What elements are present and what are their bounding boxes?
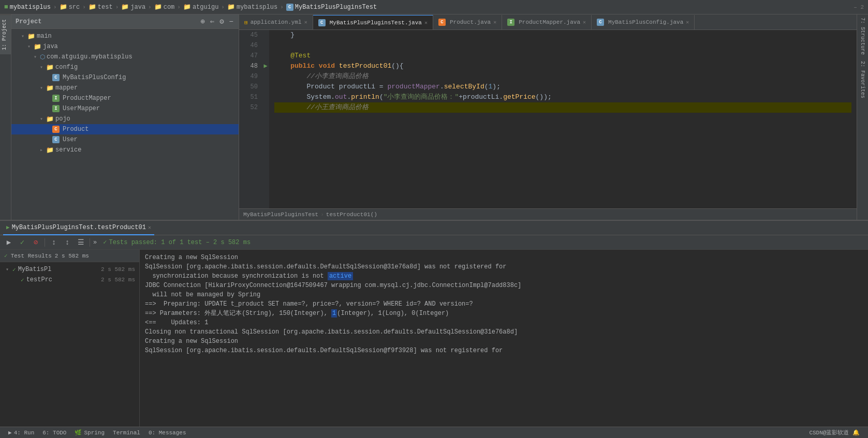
editor-breadcrumb: MyBatisPlusPluginsTest › testProduct01() bbox=[239, 208, 857, 220]
tab-product[interactable]: C Product.java ✕ bbox=[433, 15, 502, 29]
tree-item-service[interactable]: ▸ 📁 service bbox=[11, 145, 239, 155]
bottom-tab-bar: ▶ MyBatisPlusPluginsTest.testProduct01 ✕ bbox=[0, 221, 868, 235]
test-item-testprc[interactable]: ▾ ✓ testPrc 2 s 582 ms bbox=[0, 275, 139, 285]
code-editor[interactable]: 45 46 47 48 49 50 51 52 ▶ } bbox=[239, 30, 857, 208]
test-results-panel: ✓ Test Results 2 s 582 ms ▾ ✓ MyBatisPl … bbox=[0, 250, 140, 427]
tree-item-user[interactable]: ▾ C User bbox=[11, 134, 239, 145]
minimize-icon[interactable]: − bbox=[228, 17, 234, 27]
results-check-icon: ✓ bbox=[4, 252, 8, 259]
editor-area: ⊞ application.yml ✕ C MyBatisPlusPlugins… bbox=[239, 14, 857, 220]
editor-gutter: ▶ bbox=[262, 30, 269, 208]
ed-bc-class: MyBatisPlusPluginsTest bbox=[243, 212, 318, 218]
structure-tab[interactable]: 7: Structure bbox=[859, 14, 866, 58]
tab-close-product[interactable]: ✕ bbox=[493, 19, 496, 25]
code-line-46 bbox=[274, 40, 851, 51]
run-tab-label: MyBatisPlusPluginsTest.testProduct01 bbox=[12, 224, 146, 231]
ln-48: 48 bbox=[241, 61, 258, 71]
ln-50: 50 bbox=[241, 82, 258, 92]
sort-asc-button[interactable]: ↕ bbox=[48, 237, 60, 248]
run-status-tab[interactable]: ▶ 4: Run bbox=[4, 427, 38, 438]
tree-item-config[interactable]: ▾ 📁 config bbox=[11, 62, 239, 72]
csdn-label: CSDN@蓝影软道 🔔 bbox=[809, 429, 860, 436]
breadcrumb: ■ mybatisplus › 📁 src › 📁 test › 📁 java … bbox=[4, 3, 377, 11]
tab-mybatisplusconfig[interactable]: C MyBatisPlusConfig.java ✕ bbox=[592, 15, 695, 29]
project-tree: ▾ 📁 main ▾ 📁 java ▾ ⬡ com.atguigu.mybati… bbox=[11, 29, 239, 220]
locate-icon[interactable]: ⊕ bbox=[199, 16, 205, 27]
bottom-toolbar: ▶ ✓ ⊘ ↕ ↕ ☰ » ✓ Tests passed: 1 of 1 tes… bbox=[0, 235, 868, 250]
console-line-8: <== Updates: 1 bbox=[145, 318, 863, 327]
code-line-51: System.out.println("小李查询的商品价格："+productL… bbox=[274, 92, 851, 102]
tree-item-product[interactable]: ▾ C Product bbox=[11, 124, 239, 134]
terminal-status-tab[interactable]: Terminal bbox=[109, 427, 144, 438]
tree-item-usermapper[interactable]: ▾ I UserMapper bbox=[11, 103, 239, 114]
main-layout: 1: Project Project ⊕ ⇐ ⚙ − ▾ 📁 main ▾ 📁 … bbox=[0, 14, 868, 220]
test-results-header: ✓ Test Results 2 s 582 ms bbox=[0, 250, 139, 262]
project-tab[interactable]: 1: Project bbox=[0, 14, 11, 54]
bottom-content: ✓ Test Results 2 s 582 ms ▾ ✓ MyBatisPl … bbox=[0, 250, 868, 427]
code-line-52: //小王查询商品价格 bbox=[274, 102, 851, 113]
console-line-10: Creating a new SqlSession bbox=[145, 337, 863, 346]
line-numbers: 45 46 47 48 49 50 51 52 bbox=[239, 30, 262, 208]
tab-bar: ⊞ application.yml ✕ C MyBatisPlusPlugins… bbox=[239, 14, 857, 30]
todo-status-tab[interactable]: 6: TODO bbox=[38, 427, 70, 438]
collapse-all-icon[interactable]: ⇐ bbox=[209, 16, 215, 27]
tree-item-java[interactable]: ▾ 📁 java bbox=[11, 41, 239, 52]
tree-item-main[interactable]: ▾ 📁 main bbox=[11, 31, 239, 41]
panel-title: Project bbox=[16, 18, 196, 25]
play-button[interactable]: ▶ bbox=[3, 237, 14, 248]
tab-close-yml[interactable]: ✕ bbox=[304, 19, 307, 25]
console-line-5: will not be managed by Spring bbox=[145, 290, 863, 299]
console-line-3: synchronization because synchronization … bbox=[145, 271, 863, 281]
ln-45: 45 bbox=[241, 30, 258, 40]
ed-bc-method: testProduct01() bbox=[326, 212, 377, 218]
ln-51: 51 bbox=[241, 92, 258, 102]
console-line-6: ==> Preparing: UPDATE t_product SET name… bbox=[145, 299, 863, 309]
tab-close-productmapper[interactable]: ✕ bbox=[583, 19, 586, 25]
bc-mybatisplus: mybatisplus bbox=[10, 4, 51, 11]
favorites-tab[interactable]: 2: Favorites bbox=[859, 58, 866, 101]
filter-button[interactable]: ☰ bbox=[75, 237, 86, 248]
tab-application-yml[interactable]: ⊞ application.yml ✕ bbox=[239, 15, 313, 29]
tree-item-productmapper[interactable]: ▾ I ProductMapper bbox=[11, 93, 239, 103]
tree-item-mapper[interactable]: ▾ 📁 mapper bbox=[11, 83, 239, 93]
ln-46: 46 bbox=[241, 40, 258, 51]
ln-47: 47 bbox=[241, 51, 258, 61]
console-line-11: SqlSession [org.apache.ibatis.session.de… bbox=[145, 346, 863, 355]
tab-productmapper[interactable]: I ProductMapper.java ✕ bbox=[502, 15, 592, 29]
console-line-4: JDBC Connection [HikariProxyConnection@1… bbox=[145, 281, 863, 290]
left-vertical-tabs: 1: Project bbox=[0, 14, 11, 220]
panel-header: Project ⊕ ⇐ ⚙ − bbox=[11, 14, 239, 29]
results-time: 2 s 582 ms bbox=[55, 253, 89, 259]
tab-mybatisplusplugins[interactable]: C MyBatisPlusPluginsTest.java ✕ bbox=[313, 15, 433, 29]
code-line-48: public void testProduct01(){ bbox=[274, 61, 851, 71]
project-panel: Project ⊕ ⇐ ⚙ − ▾ 📁 main ▾ 📁 java ▾ ⬡ bbox=[11, 14, 239, 220]
pass-check-icon: ✓ bbox=[103, 238, 107, 246]
run-tab-close[interactable]: ✕ bbox=[148, 224, 151, 231]
console-output[interactable]: Creating a new SqlSession SqlSession [or… bbox=[140, 250, 868, 427]
ln-49: 49 bbox=[241, 71, 258, 82]
check-button[interactable]: ✓ bbox=[17, 237, 28, 248]
more-options[interactable]: » bbox=[93, 239, 97, 246]
code-line-47: @Test bbox=[274, 51, 851, 61]
tab-close-config[interactable]: ✕ bbox=[686, 19, 689, 25]
messages-status-tab[interactable]: 0: Messages bbox=[144, 427, 190, 438]
tree-item-pojo[interactable]: ▾ 📁 pojo bbox=[11, 114, 239, 124]
console-line-2: SqlSession [org.apache.ibatis.session.de… bbox=[145, 262, 863, 271]
sort-desc-button[interactable]: ↕ bbox=[62, 237, 73, 248]
ln-52: 52 bbox=[241, 102, 258, 113]
run-gutter-icon[interactable]: ▶ bbox=[262, 61, 269, 71]
run-tab[interactable]: ▶ MyBatisPlusPluginsTest.testProduct01 ✕ bbox=[3, 221, 154, 235]
test-item-mybatispl[interactable]: ▾ ✓ MyBatisPl 2 s 582 ms bbox=[0, 264, 139, 275]
stop-button[interactable]: ⊘ bbox=[30, 237, 41, 248]
bottom-panel: ▶ MyBatisPlusPluginsTest.testProduct01 ✕… bbox=[0, 220, 868, 427]
code-content[interactable]: } @Test public void testProduct01(){ //小… bbox=[269, 30, 857, 208]
test-tree: ▾ ✓ MyBatisPl 2 s 582 ms ▾ ✓ testPrc 2 s… bbox=[0, 262, 139, 427]
tree-item-package[interactable]: ▾ ⬡ com.atguigu.mybatisplus bbox=[11, 52, 239, 62]
results-label: Test Results bbox=[11, 253, 52, 259]
code-line-50: Product productLi = productMapper.select… bbox=[274, 82, 851, 92]
settings-icon[interactable]: ⚙ bbox=[218, 16, 225, 27]
tree-item-mybatisplusconfig[interactable]: ▾ C MyBatisPlusConfig bbox=[11, 72, 239, 83]
tab-close-plugins[interactable]: ✕ bbox=[424, 20, 428, 26]
console-line-1: Creating a new SqlSession bbox=[145, 253, 863, 262]
spring-status-tab[interactable]: 🌿 Spring bbox=[70, 427, 109, 438]
